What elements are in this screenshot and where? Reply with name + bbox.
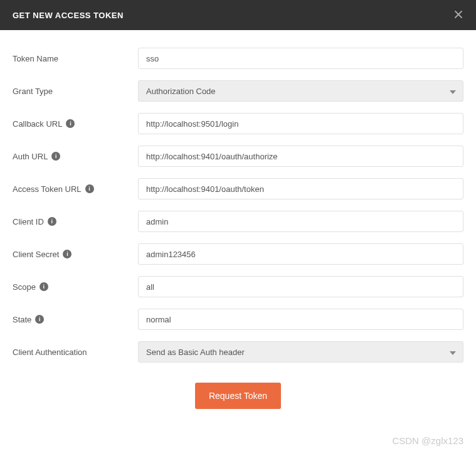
label-text-client-secret: Client Secret [13, 250, 59, 259]
info-icon[interactable]: i [85, 184, 94, 193]
row-scope: Scope i [13, 276, 463, 297]
control-client-secret [138, 243, 463, 265]
label-text-auth-url: Auth URL [13, 152, 48, 161]
info-icon[interactable]: i [35, 315, 44, 324]
access-token-url-input[interactable] [138, 178, 463, 199]
label-state: State i [13, 315, 138, 324]
label-grant-type: Grant Type [13, 87, 138, 96]
control-grant-type [138, 80, 463, 102]
scope-input[interactable] [138, 276, 463, 297]
info-icon[interactable]: i [66, 119, 75, 128]
label-text-client-auth: Client Authentication [13, 348, 87, 357]
label-client-id: Client ID i [13, 217, 138, 226]
control-auth-url [138, 146, 463, 167]
client-id-input[interactable] [138, 211, 463, 232]
row-client-auth: Client Authentication [13, 341, 463, 363]
control-client-id [138, 211, 463, 232]
get-access-token-modal: GET NEW ACCESS TOKEN Token Name Grant Ty… [0, 0, 476, 451]
info-icon[interactable]: i [48, 217, 56, 226]
label-scope: Scope i [13, 282, 138, 292]
row-callback-url: Callback URL i [13, 113, 463, 134]
control-client-auth [138, 341, 463, 363]
row-client-id: Client ID i [13, 211, 463, 232]
modal-body: Token Name Grant Type Callback UR [0, 30, 476, 451]
info-icon[interactable]: i [40, 282, 48, 291]
client-auth-select[interactable] [138, 341, 463, 363]
row-state: State i [13, 309, 463, 330]
grant-type-select[interactable] [138, 80, 463, 102]
label-text-access-token-url: Access Token URL [13, 184, 82, 194]
label-text-callback-url: Callback URL [13, 119, 62, 129]
button-row: Request Token [13, 383, 463, 409]
control-access-token-url [138, 178, 463, 199]
label-client-auth: Client Authentication [13, 348, 138, 357]
client-auth-select-wrap [138, 341, 463, 363]
token-name-input[interactable] [138, 48, 463, 69]
auth-url-input[interactable] [138, 146, 463, 167]
label-access-token-url: Access Token URL i [13, 184, 138, 194]
info-icon[interactable]: i [51, 152, 60, 161]
request-token-button[interactable]: Request Token [195, 383, 281, 409]
label-token-name: Token Name [13, 54, 138, 63]
row-auth-url: Auth URL i [13, 146, 463, 167]
label-text-state: State [13, 315, 31, 324]
label-text-token-name: Token Name [13, 54, 58, 63]
row-token-name: Token Name [13, 48, 463, 69]
label-text-client-id: Client ID [13, 217, 44, 226]
control-state [138, 309, 463, 330]
state-input[interactable] [138, 309, 463, 330]
modal-header: GET NEW ACCESS TOKEN [0, 0, 476, 30]
control-callback-url [138, 113, 463, 134]
label-client-secret: Client Secret i [13, 250, 138, 259]
label-callback-url: Callback URL i [13, 119, 138, 129]
modal-title: GET NEW ACCESS TOKEN [13, 11, 124, 20]
close-icon [453, 9, 463, 19]
close-button[interactable] [448, 6, 463, 24]
control-token-name [138, 48, 463, 69]
row-access-token-url: Access Token URL i [13, 178, 463, 199]
info-icon[interactable]: i [63, 250, 71, 258]
callback-url-input[interactable] [138, 113, 463, 134]
grant-type-select-wrap [138, 80, 463, 102]
label-text-scope: Scope [13, 282, 36, 292]
row-grant-type: Grant Type [13, 80, 463, 102]
row-client-secret: Client Secret i [13, 243, 463, 265]
control-scope [138, 276, 463, 297]
client-secret-input[interactable] [138, 243, 463, 265]
label-text-grant-type: Grant Type [13, 87, 53, 96]
label-auth-url: Auth URL i [13, 152, 138, 161]
